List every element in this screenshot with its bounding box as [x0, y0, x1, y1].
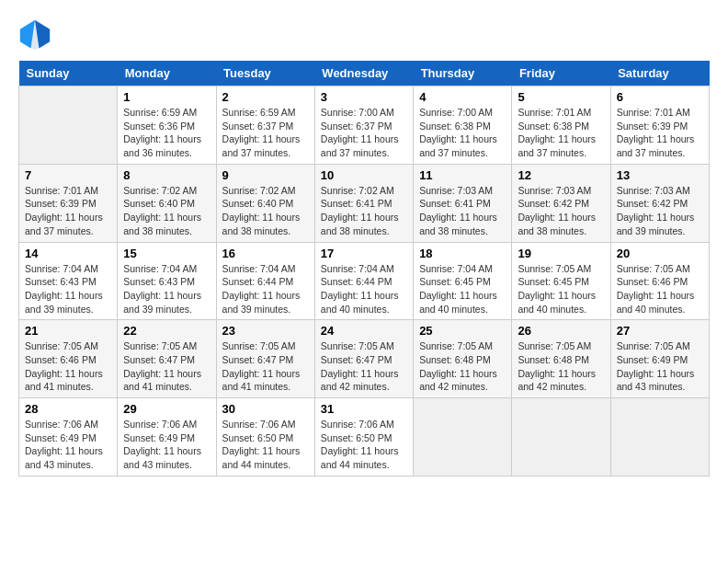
calendar-cell: 28 Sunrise: 7:06 AM Sunset: 6:49 PM Dayl…	[19, 398, 118, 477]
day-info: Sunrise: 7:06 AM Sunset: 6:50 PM Dayligh…	[321, 418, 407, 472]
day-info: Sunrise: 7:05 AM Sunset: 6:46 PM Dayligh…	[617, 262, 703, 316]
calendar-cell: 26 Sunrise: 7:05 AM Sunset: 6:48 PM Dayl…	[512, 320, 610, 398]
day-number: 18	[419, 247, 506, 260]
day-info: Sunrise: 6:59 AM Sunset: 6:37 PM Dayligh…	[222, 106, 309, 160]
day-number: 2	[222, 90, 309, 104]
calendar-cell: 10 Sunrise: 7:02 AM Sunset: 6:41 PM Dayl…	[314, 164, 413, 242]
day-info: Sunrise: 7:05 AM Sunset: 6:47 PM Dayligh…	[222, 339, 309, 394]
day-number: 20	[617, 247, 703, 260]
page-header	[18, 18, 710, 52]
day-info: Sunrise: 7:00 AM Sunset: 6:38 PM Dayligh…	[419, 106, 506, 160]
calendar-cell: 21 Sunrise: 7:05 AM Sunset: 6:46 PM Dayl…	[19, 320, 118, 398]
calendar-cell	[610, 398, 709, 477]
day-number: 8	[123, 168, 210, 182]
calendar-week-row: 14 Sunrise: 7:04 AM Sunset: 6:43 PM Dayl…	[19, 242, 710, 320]
day-number: 17	[321, 247, 407, 260]
day-number: 30	[222, 402, 309, 416]
calendar-cell: 13 Sunrise: 7:03 AM Sunset: 6:42 PM Dayl…	[610, 164, 709, 242]
calendar-cell: 14 Sunrise: 7:04 AM Sunset: 6:43 PM Dayl…	[19, 242, 118, 320]
calendar-cell: 4 Sunrise: 7:00 AM Sunset: 6:38 PM Dayli…	[414, 86, 512, 165]
calendar-cell: 18 Sunrise: 7:04 AM Sunset: 6:45 PM Dayl…	[414, 242, 512, 320]
day-number: 25	[419, 324, 506, 338]
day-info: Sunrise: 7:01 AM Sunset: 6:39 PM Dayligh…	[25, 184, 111, 238]
calendar-cell: 5 Sunrise: 7:01 AM Sunset: 6:38 PM Dayli…	[512, 86, 610, 165]
calendar-cell: 17 Sunrise: 7:04 AM Sunset: 6:44 PM Dayl…	[314, 242, 413, 320]
calendar-cell: 24 Sunrise: 7:05 AM Sunset: 6:47 PM Dayl…	[314, 320, 413, 398]
day-number: 12	[518, 168, 604, 182]
day-info: Sunrise: 7:03 AM Sunset: 6:41 PM Dayligh…	[419, 184, 506, 238]
day-number: 21	[25, 324, 111, 338]
calendar-cell: 23 Sunrise: 7:05 AM Sunset: 6:47 PM Dayl…	[216, 320, 314, 398]
day-number: 24	[321, 324, 407, 338]
calendar-cell: 7 Sunrise: 7:01 AM Sunset: 6:39 PM Dayli…	[19, 164, 118, 242]
calendar-cell: 25 Sunrise: 7:05 AM Sunset: 6:48 PM Dayl…	[414, 320, 512, 398]
calendar-cell: 3 Sunrise: 7:00 AM Sunset: 6:37 PM Dayli…	[314, 86, 413, 165]
day-of-week-header: Monday	[118, 61, 216, 86]
day-info: Sunrise: 7:04 AM Sunset: 6:44 PM Dayligh…	[222, 262, 309, 316]
calendar-cell: 11 Sunrise: 7:03 AM Sunset: 6:41 PM Dayl…	[414, 164, 512, 242]
calendar-cell: 29 Sunrise: 7:06 AM Sunset: 6:49 PM Dayl…	[118, 398, 216, 477]
calendar-cell: 19 Sunrise: 7:05 AM Sunset: 6:45 PM Dayl…	[512, 242, 610, 320]
day-of-week-header: Tuesday	[216, 61, 314, 86]
day-info: Sunrise: 7:05 AM Sunset: 6:47 PM Dayligh…	[321, 339, 407, 394]
calendar-header-row: SundayMondayTuesdayWednesdayThursdayFrid…	[19, 61, 710, 86]
day-number: 4	[419, 90, 506, 104]
day-info: Sunrise: 7:05 AM Sunset: 6:45 PM Dayligh…	[518, 262, 604, 316]
day-number: 16	[222, 247, 309, 260]
day-info: Sunrise: 7:05 AM Sunset: 6:48 PM Dayligh…	[419, 339, 506, 394]
day-info: Sunrise: 7:04 AM Sunset: 6:43 PM Dayligh…	[123, 262, 210, 316]
day-number: 28	[25, 402, 111, 416]
day-info: Sunrise: 7:05 AM Sunset: 6:49 PM Dayligh…	[617, 339, 703, 394]
day-info: Sunrise: 7:05 AM Sunset: 6:46 PM Dayligh…	[25, 339, 111, 394]
day-info: Sunrise: 7:04 AM Sunset: 6:44 PM Dayligh…	[321, 262, 407, 316]
calendar-week-row: 1 Sunrise: 6:59 AM Sunset: 6:36 PM Dayli…	[19, 86, 710, 165]
day-info: Sunrise: 7:00 AM Sunset: 6:37 PM Dayligh…	[321, 106, 407, 160]
day-of-week-header: Saturday	[610, 61, 709, 86]
calendar-week-row: 28 Sunrise: 7:06 AM Sunset: 6:49 PM Dayl…	[19, 398, 710, 477]
day-number: 3	[321, 90, 407, 104]
day-info: Sunrise: 7:04 AM Sunset: 6:43 PM Dayligh…	[25, 262, 111, 316]
day-number: 26	[518, 324, 604, 338]
day-number: 7	[25, 168, 111, 182]
day-info: Sunrise: 7:02 AM Sunset: 6:41 PM Dayligh…	[321, 184, 407, 238]
calendar-cell	[512, 398, 610, 477]
day-number: 14	[25, 247, 111, 260]
day-number: 27	[617, 324, 703, 338]
calendar-cell: 31 Sunrise: 7:06 AM Sunset: 6:50 PM Dayl…	[314, 398, 413, 477]
calendar-week-row: 7 Sunrise: 7:01 AM Sunset: 6:39 PM Dayli…	[19, 164, 710, 242]
day-info: Sunrise: 7:05 AM Sunset: 6:48 PM Dayligh…	[518, 339, 604, 394]
day-info: Sunrise: 7:06 AM Sunset: 6:49 PM Dayligh…	[25, 418, 111, 472]
day-of-week-header: Sunday	[19, 61, 118, 86]
day-number: 1	[123, 90, 210, 104]
day-of-week-header: Thursday	[414, 61, 512, 86]
calendar-cell: 12 Sunrise: 7:03 AM Sunset: 6:42 PM Dayl…	[512, 164, 610, 242]
day-info: Sunrise: 7:03 AM Sunset: 6:42 PM Dayligh…	[617, 184, 703, 238]
calendar-cell: 8 Sunrise: 7:02 AM Sunset: 6:40 PM Dayli…	[118, 164, 216, 242]
calendar-cell: 6 Sunrise: 7:01 AM Sunset: 6:39 PM Dayli…	[610, 86, 709, 165]
calendar-cell: 20 Sunrise: 7:05 AM Sunset: 6:46 PM Dayl…	[610, 242, 709, 320]
day-number: 13	[617, 168, 703, 182]
logo-icon	[18, 18, 51, 52]
calendar-cell: 16 Sunrise: 7:04 AM Sunset: 6:44 PM Dayl…	[216, 242, 314, 320]
day-number: 9	[222, 168, 309, 182]
day-number: 10	[321, 168, 407, 182]
calendar-table: SundayMondayTuesdayWednesdayThursdayFrid…	[18, 61, 710, 477]
calendar-cell: 27 Sunrise: 7:05 AM Sunset: 6:49 PM Dayl…	[610, 320, 709, 398]
day-info: Sunrise: 7:06 AM Sunset: 6:49 PM Dayligh…	[123, 418, 210, 472]
day-info: Sunrise: 7:06 AM Sunset: 6:50 PM Dayligh…	[222, 418, 309, 472]
day-info: Sunrise: 7:02 AM Sunset: 6:40 PM Dayligh…	[222, 184, 309, 238]
day-of-week-header: Wednesday	[314, 61, 413, 86]
day-number: 15	[123, 247, 210, 260]
calendar-cell: 1 Sunrise: 6:59 AM Sunset: 6:36 PM Dayli…	[118, 86, 216, 165]
calendar-cell: 2 Sunrise: 6:59 AM Sunset: 6:37 PM Dayli…	[216, 86, 314, 165]
day-number: 6	[617, 90, 703, 104]
logo	[18, 18, 53, 52]
day-number: 23	[222, 324, 309, 338]
day-info: Sunrise: 7:01 AM Sunset: 6:39 PM Dayligh…	[617, 106, 703, 160]
day-info: Sunrise: 7:04 AM Sunset: 6:45 PM Dayligh…	[419, 262, 506, 316]
calendar-cell: 30 Sunrise: 7:06 AM Sunset: 6:50 PM Dayl…	[216, 398, 314, 477]
day-number: 11	[419, 168, 506, 182]
day-info: Sunrise: 7:02 AM Sunset: 6:40 PM Dayligh…	[123, 184, 210, 238]
day-number: 31	[321, 402, 407, 416]
day-info: Sunrise: 7:03 AM Sunset: 6:42 PM Dayligh…	[518, 184, 604, 238]
